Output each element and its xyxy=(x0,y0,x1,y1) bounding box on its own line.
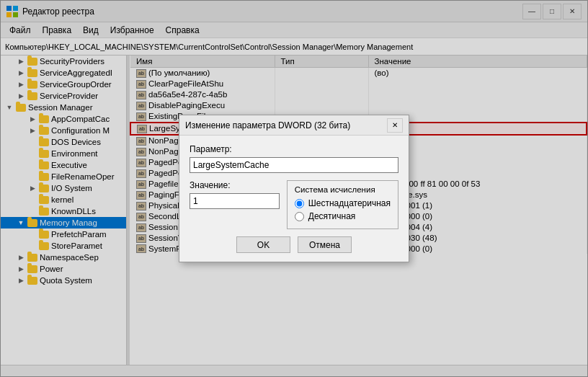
radio-hex-option[interactable]: Шестнадцатеричная xyxy=(295,198,391,208)
dialog-title: Изменение параметра DWORD (32 бита) xyxy=(185,120,387,130)
radio-hex-label: Шестнадцатеричная xyxy=(308,198,391,208)
dword-edit-dialog: Изменение параметра DWORD (32 бита) ✕ Па… xyxy=(179,115,409,262)
dialog-value-row: Значение: Система исчисления Шестнадцате… xyxy=(190,180,398,229)
dialog-body: Параметр: Значение: Система исчисления Ш… xyxy=(179,136,409,262)
param-input[interactable] xyxy=(190,157,398,173)
value-input[interactable] xyxy=(190,193,280,209)
ok-button[interactable]: OK xyxy=(236,236,290,253)
param-label: Параметр: xyxy=(190,144,398,154)
radix-group: Система исчисления Шестнадцатеричная Дес… xyxy=(287,180,398,229)
dialog-close-button[interactable]: ✕ xyxy=(387,118,403,133)
radio-hex[interactable] xyxy=(295,199,304,208)
radio-dec[interactable] xyxy=(295,212,304,221)
cancel-button[interactable]: Отмена xyxy=(298,236,352,253)
radio-dec-option[interactable]: Десятичная xyxy=(295,211,391,221)
value-label: Значение: xyxy=(190,180,280,190)
dialog-buttons: OK Отмена xyxy=(190,236,398,253)
radix-label: Система исчисления xyxy=(295,185,391,194)
radio-dec-label: Десятичная xyxy=(308,211,356,221)
dialog-overlay: Изменение параметра DWORD (32 бита) ✕ Па… xyxy=(0,0,588,377)
value-group: Значение: xyxy=(190,180,280,229)
dialog-title-bar: Изменение параметра DWORD (32 бита) ✕ xyxy=(179,115,409,136)
